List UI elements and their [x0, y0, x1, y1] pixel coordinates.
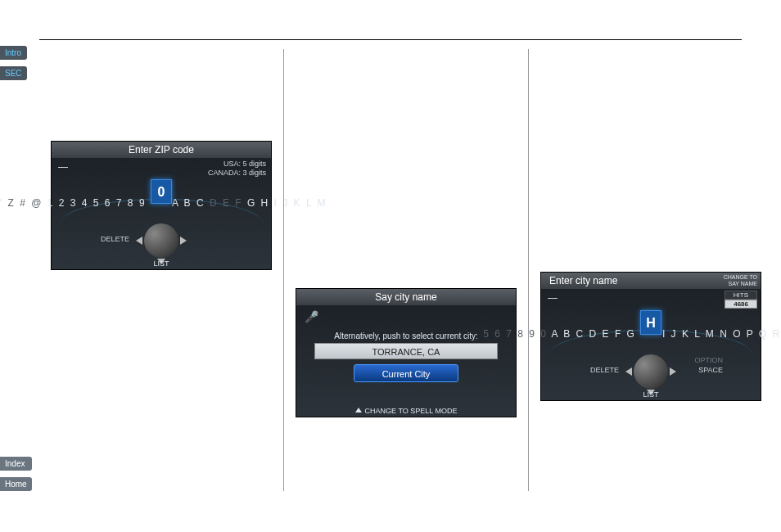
mic-icon: 🎤: [305, 310, 318, 323]
content-columns: Enter ZIP code USA: 5 digitsCANADA: 3 di…: [39, 49, 742, 491]
dial-control[interactable]: [634, 354, 668, 389]
dial-control[interactable]: [144, 223, 178, 258]
arrow-left-icon: [625, 367, 632, 376]
zip-hint: USA: 5 digitsCANADA: 3 digits: [208, 160, 266, 178]
city-display: TORRANCE, CA: [314, 343, 498, 359]
tab-home[interactable]: Home: [0, 477, 32, 491]
current-city-button[interactable]: Current City: [354, 364, 458, 382]
delete-button[interactable]: DELETE: [101, 235, 129, 243]
arrow-up-icon: [355, 408, 362, 413]
arrow-right-icon: [180, 237, 187, 245]
nav-screen-enter-city[interactable]: Enter city name CHANGE TOSAY NAME HITS 4…: [540, 272, 761, 401]
column-2: Say city name 🎤 Alternatively, push to s…: [283, 49, 528, 491]
entry-field: —: [548, 292, 558, 304]
nav-screen-say-city[interactable]: Say city name 🎤 Alternatively, push to s…: [296, 288, 517, 417]
tab-index[interactable]: Index: [0, 457, 32, 471]
entry-field: —: [58, 161, 68, 173]
nav-screen-zip[interactable]: Enter ZIP code USA: 5 digitsCANADA: 3 di…: [51, 141, 272, 270]
space-button[interactable]: SPACE: [698, 366, 723, 374]
list-button[interactable]: LIST: [52, 259, 271, 268]
header-rule: [39, 39, 742, 40]
column-1: Enter ZIP code USA: 5 digitsCANADA: 3 di…: [39, 49, 283, 491]
arrow-left-icon: [136, 237, 142, 245]
tab-sec[interactable]: SEC: [0, 66, 27, 80]
screen-title: Say city name: [296, 289, 516, 305]
list-button[interactable]: LIST: [541, 390, 761, 399]
selected-char: H: [640, 310, 661, 335]
arrow-right-icon: [670, 367, 676, 376]
column-3: Enter city name CHANGE TOSAY NAME HITS 4…: [528, 49, 773, 491]
delete-button[interactable]: DELETE: [590, 366, 619, 374]
screen-title: Enter ZIP code: [52, 142, 271, 158]
change-mode-button[interactable]: CHANGE TOSAY NAME: [724, 274, 757, 287]
selected-char: 0: [151, 179, 172, 204]
hits-counter: HITS 4686: [725, 291, 757, 309]
spell-mode-button[interactable]: CHANGE TO SPELL MODE: [296, 407, 516, 415]
tab-intro[interactable]: Intro: [0, 46, 27, 60]
option-label: OPTION: [694, 356, 723, 364]
